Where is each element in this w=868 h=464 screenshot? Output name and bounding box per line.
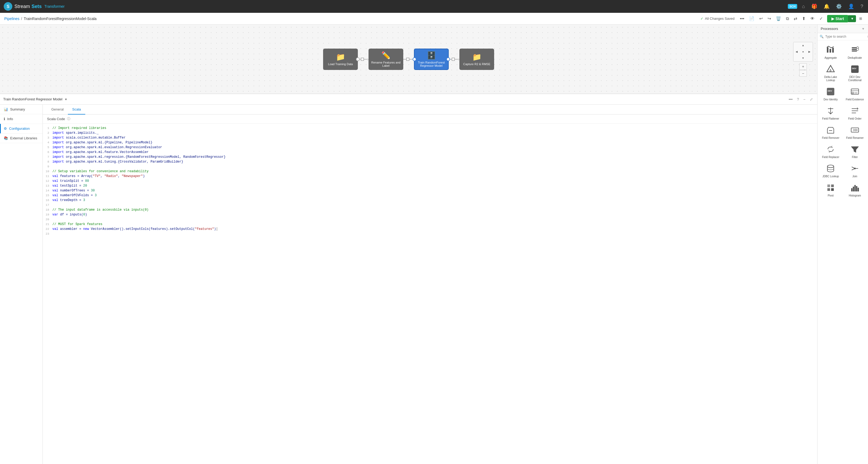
svg-rect-5: [852, 47, 857, 48]
svg-rect-3: [830, 49, 831, 53]
processor-histogram[interactable]: Histogram: [843, 180, 867, 199]
line-content: import org.apache.spark.ml.feature.Vecto…: [52, 150, 149, 155]
grid-view-button[interactable]: ⊞: [858, 15, 864, 22]
panel-dropdown-icon[interactable]: ▼: [64, 98, 67, 101]
line-number: 16: [45, 198, 52, 203]
nav-item-external-libraries[interactable]: 📚 External Libraries: [0, 133, 42, 143]
line-number: 22: [45, 227, 52, 231]
document-button[interactable]: 📄: [747, 15, 756, 22]
nav-item-info[interactable]: ℹ Info: [0, 114, 42, 124]
search-input[interactable]: [825, 35, 865, 38]
code-line: 23: [43, 231, 817, 236]
processor-field_renamer[interactable]: Field Renamer: [843, 123, 867, 142]
validate-button[interactable]: ✓: [818, 15, 825, 22]
nav-down[interactable]: ▼: [800, 55, 806, 61]
pipelines-link[interactable]: Pipelines: [4, 16, 20, 21]
sch-badge[interactable]: SCH: [788, 4, 797, 9]
tab-scala[interactable]: Scala: [68, 105, 85, 114]
logo[interactable]: S StreamSets Transformer: [3, 2, 65, 11]
processor-field_order[interactable]: Field Order: [843, 103, 867, 123]
line-number: 1: [45, 126, 52, 131]
field_remover-label: Field Remover: [822, 136, 839, 140]
line-number: 23: [45, 231, 52, 236]
code-area[interactable]: Scala Code ⓘ 1// Import required librari…: [43, 114, 817, 464]
code-editor[interactable]: 1// Import required libraries2import spa…: [43, 124, 817, 464]
redo-button[interactable]: ↪: [766, 15, 773, 22]
nav-up[interactable]: ▲: [800, 42, 806, 48]
preview-button[interactable]: 👁: [809, 15, 816, 22]
start-label: Start: [835, 16, 844, 21]
home-icon[interactable]: ⌂: [800, 2, 807, 11]
aggregate-icon: [825, 44, 836, 55]
delete-button[interactable]: 🗑️: [774, 15, 783, 22]
processor-jdbc_lookup[interactable]: JDBC Lookup: [818, 161, 843, 180]
processor-field_existence[interactable]: Field Existence: [843, 84, 867, 103]
line-content: val numberOfTrees = 30: [52, 188, 95, 193]
nav-ne[interactable]: [806, 42, 813, 48]
processor-deduplicate[interactable]: Deduplicate: [843, 42, 867, 62]
nav-item-summary[interactable]: 📊 Summary: [0, 105, 42, 114]
processor-field_replacer[interactable]: Field Replacer: [818, 142, 843, 161]
nav-nw[interactable]: [794, 42, 800, 48]
line-content: val treeDepth = 3: [52, 198, 85, 203]
processor-delta_lake_lookup[interactable]: ΔDelta Lake Lookup: [818, 62, 843, 84]
panel-minimize-icon[interactable]: −: [802, 97, 807, 102]
field_remover-icon: [825, 125, 836, 135]
start-dropdown-button[interactable]: ▼: [848, 15, 856, 22]
more-options-button[interactable]: •••: [738, 15, 746, 22]
nav-se[interactable]: [806, 55, 813, 61]
svg-rect-7: [852, 51, 857, 52]
code-info-icon[interactable]: ⓘ: [67, 117, 70, 121]
field_flattener-label: Field Flattener: [822, 117, 839, 121]
copy-button[interactable]: ⧉: [784, 15, 790, 22]
nav-sw[interactable]: [794, 55, 800, 61]
nav-right[interactable]: ▶: [806, 48, 813, 55]
pipeline-canvas[interactable]: 📁 Load Training Data › ✏️ Rename Feature…: [0, 25, 817, 94]
line-number: 18: [45, 207, 52, 212]
node-capture[interactable]: 📁 Capture R2 & RMSE: [459, 48, 494, 70]
start-button[interactable]: ▶ Start: [827, 15, 848, 23]
gift-icon[interactable]: 🎁: [810, 2, 819, 11]
node-box-rename[interactable]: ✏️ Rename Features and Label: [369, 48, 403, 70]
search-container[interactable]: 🔍 ✕: [817, 33, 868, 40]
zoom-in-button[interactable]: +: [799, 63, 807, 70]
node-box-train[interactable]: 🗄️ Train RandomForest Regressor Model: [414, 48, 449, 70]
nav-left[interactable]: ◀: [794, 48, 800, 55]
node-box-load[interactable]: 📁 Load Training Data: [323, 48, 358, 70]
processor-field_remover[interactable]: Field Remover: [818, 123, 843, 142]
processor-join[interactable]: Join: [843, 161, 867, 180]
shuffle-button[interactable]: ⇄: [792, 15, 799, 22]
node-label-train: Train RandomForest Regressor Model: [414, 61, 448, 67]
share-button[interactable]: ⬆: [800, 15, 807, 22]
token-nm: treeDepth =: [58, 198, 83, 202]
help-icon[interactable]: ?: [859, 2, 865, 11]
panel-help-icon[interactable]: ?: [796, 97, 800, 102]
processor-filter[interactable]: Filter: [843, 142, 867, 161]
tab-general[interactable]: General: [47, 105, 68, 114]
left-nav: 📊 Summary ℹ Info ⚙ Configuration 📚 Exter…: [0, 105, 43, 464]
settings-icon[interactable]: ⚙️: [834, 2, 843, 11]
svg-point-9: [857, 48, 859, 51]
processor-dev_identity[interactable]: DEVDev Identity: [818, 84, 843, 103]
processor-dev_conditional[interactable]: DEVDEV Dev Conditional: [843, 62, 867, 84]
node-train[interactable]: 🗄️ Train RandomForest Regressor Model: [414, 48, 449, 70]
processor-aggregate[interactable]: Aggregate: [818, 42, 843, 62]
right-panel-dropdown[interactable]: ▼: [862, 27, 865, 31]
nav-center[interactable]: ●: [800, 48, 806, 55]
processor-pivot[interactable]: Pivot: [818, 180, 843, 199]
user-icon[interactable]: 👤: [847, 2, 856, 11]
bell-icon[interactable]: 🔔: [822, 2, 831, 11]
token-nm: df = inputs(: [58, 213, 83, 217]
line-number: 14: [45, 188, 52, 193]
search-clear-icon[interactable]: ✕: [867, 35, 868, 38]
panel-more-icon[interactable]: •••: [787, 97, 794, 102]
filter-label: Filter: [852, 156, 858, 159]
zoom-out-button[interactable]: −: [799, 70, 807, 77]
node-box-capture[interactable]: 📁 Capture R2 & RMSE: [459, 48, 494, 70]
node-rename[interactable]: ✏️ Rename Features and Label: [369, 48, 403, 70]
nav-item-configuration[interactable]: ⚙ Configuration: [0, 124, 42, 133]
processor-field_flattener[interactable]: Field Flattener: [818, 103, 843, 123]
panel-maximize-icon[interactable]: ⤢: [809, 97, 814, 102]
undo-button[interactable]: ↩: [757, 15, 764, 22]
node-load[interactable]: 📁 Load Training Data: [323, 48, 358, 70]
